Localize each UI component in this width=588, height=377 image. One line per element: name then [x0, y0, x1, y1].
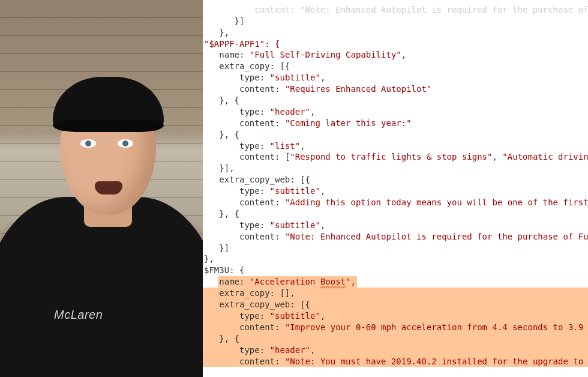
- code-brace: }, {: [219, 334, 239, 343]
- code-brace: }, {: [219, 130, 239, 139]
- code-brace: }]: [219, 243, 229, 253]
- eye-left: [80, 139, 96, 148]
- code-str: "header": [270, 345, 310, 355]
- code-prop: content:: [239, 84, 280, 94]
- code-prop: extra_copy_web: [{: [219, 300, 310, 309]
- code-key: "$APPF-APF1": {: [204, 39, 280, 49]
- code-str: "Automatic drivin: [502, 152, 588, 161]
- code-str: "Note: You must have 2019.40.2 installed…: [285, 357, 588, 366]
- code-str: "Improve your 0-60 mph acceleration from…: [285, 322, 588, 332]
- code-str: "subtitle": [270, 73, 320, 82]
- code-str: "header": [270, 107, 310, 116]
- code-str: "Full Self-Driving Capability": [250, 50, 401, 59]
- code-str: "subtitle": [270, 220, 320, 230]
- code-line: }]: [204, 16, 244, 26]
- code-brace: }],: [219, 163, 234, 173]
- code-str: "subtitle": [270, 186, 320, 196]
- code-str: "Respond to traffic lights & stop signs": [290, 152, 492, 161]
- code-str: "Coming later this year:": [285, 118, 412, 128]
- code-viewer[interactable]: content: "Note: Enhanced Autopilot is re…: [203, 0, 588, 377]
- code-prop: type:: [239, 73, 265, 82]
- code-str: "Requires Enhanced Autopilot": [285, 84, 431, 94]
- shirt-logo-text: McLaren: [54, 307, 103, 323]
- code-prop: extra_copy_web: [{: [219, 175, 310, 184]
- highlight-block: extra_copy: [], extra_copy_web: [{ type:…: [203, 288, 588, 367]
- code-prop: name:: [219, 50, 244, 59]
- highlight-name-line: name: "Acceleration Boost",: [218, 276, 357, 288]
- code-brace: }, {: [219, 209, 239, 219]
- code-str: "Note: Enhanced Autopilot is required fo…: [285, 232, 588, 241]
- code-brace: }, {: [219, 95, 239, 105]
- code-brace: },: [204, 254, 214, 264]
- code-line: },: [204, 28, 229, 37]
- code-prop: extra_copy: [],: [219, 288, 295, 298]
- mouth: [95, 181, 122, 195]
- cap-brim: [53, 119, 164, 132]
- code-prop: extra_copy: [{: [219, 61, 290, 71]
- eye-right: [118, 139, 133, 148]
- presenter-photo: McLaren: [0, 0, 203, 377]
- code-str: "list": [270, 141, 301, 151]
- code-str: "subtitle": [270, 311, 320, 321]
- underline-word: Boost: [320, 277, 346, 286]
- code-key: $FM3U: {: [204, 265, 244, 275]
- code-str: "Adding this option today means you will…: [285, 198, 588, 207]
- code-content: content: "Note: Enhanced Autopilot is re…: [203, 0, 588, 377]
- code-line-faded: content: "Note: Enhanced Autopilot is re…: [204, 5, 588, 14]
